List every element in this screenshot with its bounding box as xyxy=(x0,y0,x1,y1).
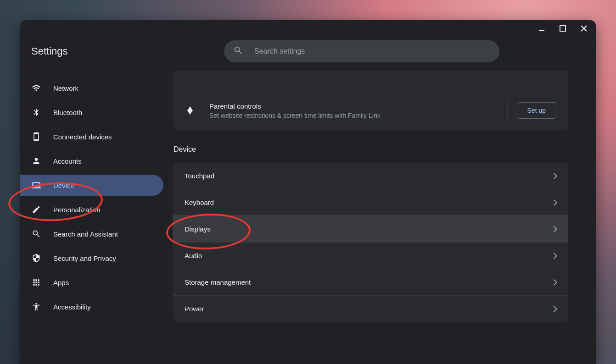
shield-icon xyxy=(31,253,41,263)
parental-controls-row: Parental controls Set website restrictio… xyxy=(173,91,568,130)
sidebar-item-accounts[interactable]: Accounts xyxy=(20,150,163,171)
maximize-button[interactable] xyxy=(556,22,569,35)
row-label: Keyboard xyxy=(185,199,552,206)
sidebar-item-personalization[interactable]: Personalization xyxy=(20,199,163,220)
settings-window: Settings Network Bluetooth Connected xyxy=(20,20,596,364)
diamond-icon xyxy=(185,105,196,116)
storage-row[interactable]: Storage management xyxy=(173,269,568,295)
chevron-right-icon xyxy=(551,172,557,179)
parental-card: Parental controls Set website restrictio… xyxy=(173,71,568,130)
sidebar-item-accessibility[interactable]: Accessibility xyxy=(20,296,163,317)
chevron-right-icon xyxy=(551,305,557,312)
parental-subtitle: Set website restrictions & screen time l… xyxy=(209,112,507,119)
audio-row[interactable]: Audio xyxy=(173,242,568,269)
sidebar-item-connected-devices[interactable]: Connected devices xyxy=(20,126,163,147)
row-label: Audio xyxy=(185,252,552,259)
sidebar: Network Bluetooth Connected devices Acco… xyxy=(20,71,163,364)
sidebar-item-bluetooth[interactable]: Bluetooth xyxy=(20,102,163,123)
chevron-right-icon xyxy=(551,279,557,285)
power-row[interactable]: Power xyxy=(173,295,568,322)
phone-icon xyxy=(31,132,41,142)
touchpad-row[interactable]: Touchpad xyxy=(173,163,568,189)
sync-icon xyxy=(185,73,196,84)
sidebar-item-label: Search and Assistant xyxy=(53,230,118,238)
chevron-right-icon xyxy=(551,252,557,259)
parental-title: Parental controls xyxy=(209,102,507,110)
row-label: Storage management xyxy=(185,278,552,286)
svg-rect-1 xyxy=(560,26,566,31)
row-label: Displays xyxy=(185,225,552,233)
sidebar-item-network[interactable]: Network xyxy=(20,77,163,99)
sidebar-item-label: Personalization xyxy=(53,206,101,214)
sidebar-item-apps[interactable]: Apps xyxy=(20,272,163,293)
minimize-button[interactable] xyxy=(535,22,548,35)
sidebar-item-device[interactable]: Device xyxy=(20,175,163,196)
apps-icon xyxy=(31,277,41,287)
sidebar-item-label: Security and Privacy xyxy=(53,254,116,262)
header: Settings xyxy=(20,37,596,71)
device-section-heading: Device xyxy=(174,145,568,154)
row-label: Touchpad xyxy=(185,172,552,180)
chevron-right-icon xyxy=(551,199,557,205)
search-icon xyxy=(31,229,41,239)
sidebar-item-label: Apps xyxy=(53,279,69,287)
laptop-icon xyxy=(31,180,41,190)
person-icon xyxy=(31,156,41,166)
setup-button[interactable]: Set up xyxy=(517,102,556,119)
sidebar-item-label: Bluetooth xyxy=(53,109,82,116)
search-icon xyxy=(233,45,243,57)
page-title: Settings xyxy=(31,45,169,57)
chevron-right-icon xyxy=(551,226,557,232)
bluetooth-icon xyxy=(31,107,41,117)
sidebar-item-label: Connected devices xyxy=(53,133,112,141)
keyboard-row[interactable]: Keyboard xyxy=(173,189,568,215)
window-titlebar xyxy=(20,20,596,37)
displays-row[interactable]: Displays xyxy=(173,215,568,242)
edit-icon xyxy=(31,204,41,215)
device-card: Touchpad Keyboard Displays Audio Storage… xyxy=(173,163,568,322)
sidebar-item-security-privacy[interactable]: Security and Privacy xyxy=(20,248,163,269)
main-content: Parental controls Set website restrictio… xyxy=(163,71,596,364)
divider xyxy=(507,100,508,121)
sidebar-item-label: Accessibility xyxy=(53,303,91,311)
wifi-icon xyxy=(31,83,41,93)
sidebar-item-label: Accounts xyxy=(53,157,82,165)
accessibility-icon xyxy=(31,302,41,312)
sidebar-item-label: Network xyxy=(53,84,78,92)
sidebar-item-search-assistant[interactable]: Search and Assistant xyxy=(20,223,163,244)
close-button[interactable] xyxy=(577,22,590,35)
search-box[interactable] xyxy=(224,40,499,62)
sync-row[interactable] xyxy=(173,71,568,91)
sidebar-item-label: Device xyxy=(53,182,74,189)
search-input[interactable] xyxy=(254,47,490,55)
row-label: Power xyxy=(185,305,552,313)
